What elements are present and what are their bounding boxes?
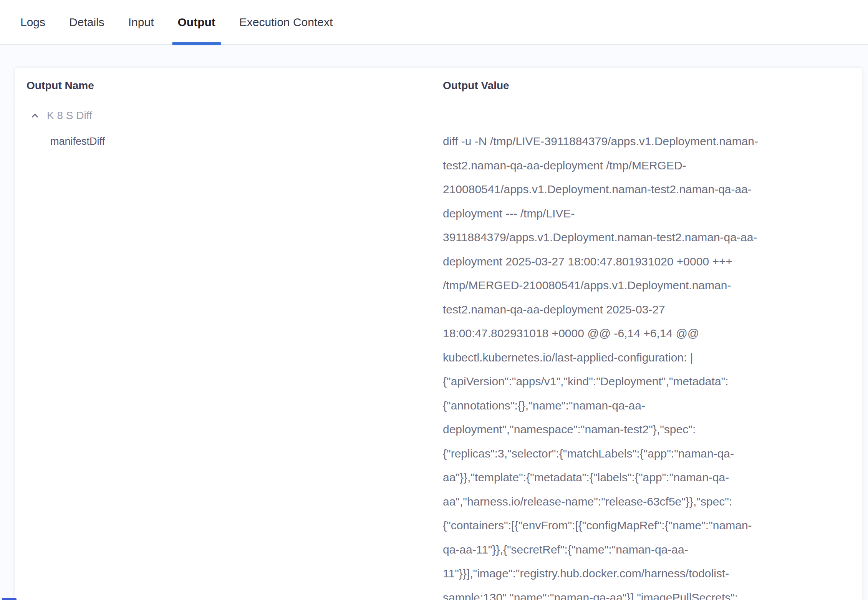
tab-execution-context[interactable]: Execution Context — [236, 0, 336, 44]
output-table-card: Output Name Output Value K 8 S Diff mani… — [15, 68, 862, 600]
output-name-cell: manifestDiff — [15, 129, 441, 600]
collapse-toggle-button[interactable] — [29, 110, 41, 121]
output-value-line: /tmp/MERGED-210080541/apps.v1.Deployment… — [443, 273, 816, 298]
output-value-line: deployment","namespace":"naman-test2"},"… — [443, 418, 816, 442]
tab-input[interactable]: Input — [125, 0, 157, 44]
output-value-line: test2.naman-qa-aa-deployment 2025-03-27 — [443, 298, 816, 322]
output-value-line: test2.naman-qa-aa-deployment /tmp/MERGED… — [443, 154, 816, 178]
output-value-line: {"apiVersion":"apps/v1","kind":"Deployme… — [443, 370, 816, 394]
table-row: manifestDiff diff -u -N /tmp/LIVE-391188… — [15, 129, 862, 600]
output-value-cell: diff -u -N /tmp/LIVE-3911884379/apps.v1.… — [441, 129, 862, 600]
tab-output[interactable]: Output — [174, 0, 219, 44]
column-header-output-value: Output Value — [441, 68, 862, 98]
tab-details[interactable]: Details — [66, 0, 108, 44]
output-value-line: 3911884379/apps.v1.Deployment.naman-test… — [443, 225, 816, 250]
output-value-line: {"annotations":{},"name":"naman-qa-aa- — [443, 394, 816, 418]
output-value-line: {"replicas":3,"selector":{"matchLabels":… — [443, 442, 816, 466]
output-value-line: 18:00:47.802931018 +0000 @@ -6,14 +6,14 … — [443, 322, 816, 346]
output-value-line: deployment 2025-03-27 18:00:47.801931020… — [443, 250, 816, 274]
tab-logs[interactable]: Logs — [17, 0, 49, 44]
group-label: K 8 S Diff — [47, 109, 92, 122]
column-header-output-name: Output Name — [15, 68, 441, 98]
output-value-line: diff -u -N /tmp/LIVE-3911884379/apps.v1.… — [443, 129, 816, 154]
table-header-row: Output Name Output Value — [15, 68, 862, 98]
output-value-line: sample:130","name":"naman-qa-aa"}],"imag… — [443, 586, 816, 600]
tab-bar: Logs Details Input Output Execution Cont… — [0, 0, 868, 45]
output-value-line: qa-aa-11"}},{"secretRef":{"name":"naman-… — [443, 538, 816, 562]
group-row-k8s-diff[interactable]: K 8 S Diff — [15, 98, 862, 124]
output-value-line: aa","harness.io/release-name":"release-6… — [443, 490, 816, 514]
output-value-line: kubectl.kubernetes.io/last-applied-confi… — [443, 346, 816, 370]
output-value-line: 210080541/apps.v1.Deployment.naman-test2… — [443, 177, 816, 202]
output-value-line: {"containers":[{"envFrom":[{"configMapRe… — [443, 514, 816, 538]
floating-button-peek[interactable] — [2, 598, 17, 600]
output-value-line: aa"}},"template":{"metadata":{"labels":{… — [443, 466, 816, 490]
output-value-line: 11"}}],"image":"registry.hub.docker.com/… — [443, 562, 816, 586]
chevron-up-icon — [30, 111, 40, 121]
output-value-line: deployment --- /tmp/LIVE- — [443, 202, 816, 226]
